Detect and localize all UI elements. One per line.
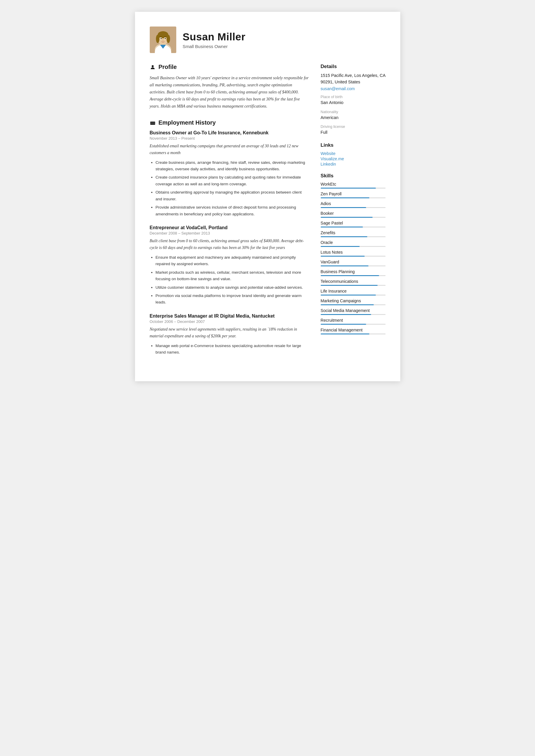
bullet-item: Create customized insurance plans by cal… [155,174,309,187]
skill-bar-fill [321,217,373,218]
job-summary: Established email marketing campaigns th… [150,143,309,156]
driving-license-value: Full [321,129,385,136]
bullet-item: Manage web portal e-Commerce business sp… [155,343,309,356]
skill-name: Telecommunications [321,279,385,284]
skill-name: Zenefits [321,230,385,235]
job-bullets-list: Manage web portal e-Commerce business sp… [150,343,309,356]
skill-name: Marketing Campaigns [321,298,385,303]
job-bullets-list: Ensure that equipment and machinery are … [150,254,309,306]
skill-item-13: Social Media Management [321,308,385,315]
skill-bar-fill [321,246,360,247]
profile-text: Small Business Owner with 10 years' expe… [150,74,309,110]
email-link[interactable]: susan@email.com [321,86,385,91]
resume-page: Susan Miller Small Business Owner Profil… [135,12,400,381]
svg-point-10 [164,38,166,39]
svg-point-11 [162,40,164,40]
skill-bar-fill [321,285,378,286]
skill-bar-bg [321,285,385,286]
skill-bar-fill [321,314,371,315]
skill-bar-bg [321,217,385,218]
place-of-birth-label: Place of birth [321,94,385,99]
skill-item-8: VanGuard [321,259,385,266]
skill-bar-bg [321,198,385,198]
briefcase-icon [150,120,155,125]
skill-item-1: Zen Payroll [321,192,385,198]
skill-bar-fill [321,334,369,335]
nationality-label: Nationality [321,110,385,114]
candidate-name: Susan Miller [183,31,245,43]
skill-item-6: Oracle [321,240,385,247]
side-column: Details 1515 Pacific Ave, Los Angeles, C… [321,64,385,364]
person-icon [150,64,155,70]
skill-bar-fill [321,295,376,295]
skill-bar-bg [321,304,385,305]
skill-name: Booker [321,211,385,216]
job-1: Entrepreneur at VodaCell, Portland Decem… [150,225,309,306]
svg-point-12 [152,65,154,67]
svg-point-5 [156,35,159,43]
job-2: Enterprise Sales Manager at IR Digital M… [150,313,309,356]
skill-bar-bg [321,265,385,266]
skill-item-2: Adios [321,201,385,208]
skill-item-7: Lotus Notes [321,250,385,256]
details-section-title: Details [321,64,385,69]
driving-license-label: Driving license [321,124,385,129]
place-of-birth-value: San Antonio [321,99,385,106]
bullet-item: Obtains underwriting approval by managin… [155,189,309,202]
address-value: 1515 Pacific Ave, Los Angeles, CA 90291,… [321,72,385,85]
skill-bar-bg [321,246,385,247]
skill-name: Oracle [321,240,385,245]
skill-item-9: Business Planning [321,269,385,276]
skill-bar-bg [321,314,385,315]
skill-bar-bg [321,324,385,325]
two-col-layout: Profile Small Business Owner with 10 yea… [150,64,385,364]
link-item-0[interactable]: Website [321,151,385,156]
skill-bar-fill [321,265,369,266]
header-text: Susan Miller Small Business Owner [183,31,245,49]
skill-item-0: WorkEtc [321,182,385,189]
job-summary: Built client base from 0 to 60 clients, … [150,238,309,251]
job-dates: December 2008 – September 2013 [150,231,309,235]
skill-bar-fill [321,207,366,208]
bullet-item: Provide administrative services inclusiv… [155,204,309,217]
skill-bar-bg [321,275,385,276]
job-0: Business Owner at Go-To Life Insurance, … [150,130,309,217]
skill-bar-fill [321,256,365,256]
skill-item-14: Recruitment [321,318,385,325]
job-summary: Negotiated new service level agreements … [150,326,309,340]
link-item-1[interactable]: Visualize.me [321,156,385,161]
header: Susan Miller Small Business Owner [150,27,385,53]
skill-bar-bg [321,256,385,256]
skill-item-15: Financial Management [321,328,385,335]
bullet-item: Market products such as wireless, cellul… [155,269,309,283]
skill-bar-fill [321,275,379,276]
skill-name: Financial Management [321,328,385,332]
links-section-title: Links [321,142,385,148]
jobs-container: Business Owner at Go-To Life Insurance, … [150,130,309,356]
skill-bar-fill [321,304,374,305]
skill-name: Sage Pastel [321,221,385,226]
links-container: WebsiteVisualize.meLinkedin [321,151,385,167]
main-column: Profile Small Business Owner with 10 yea… [150,64,309,364]
skills-container: WorkEtc Zen Payroll Adios Booker Sage Pa… [321,182,385,335]
job-title: Business Owner at Go-To Life Insurance, … [150,130,309,136]
skill-name: VanGuard [321,259,385,264]
skill-name: Social Media Management [321,308,385,313]
skill-name: Recruitment [321,318,385,323]
job-title: Entrepreneur at VodaCell, Portland [150,225,309,230]
link-item-2[interactable]: Linkedin [321,162,385,167]
skill-bar-bg [321,334,385,335]
skill-item-4: Sage Pastel [321,221,385,228]
bullet-item: Create business plans, arrange financing… [155,159,309,173]
skill-bar-fill [321,236,367,237]
candidate-title: Small Business Owner [183,44,245,49]
job-dates: November 2013 – Present [150,136,309,141]
skill-bar-fill [321,188,376,189]
skill-name: WorkEtc [321,182,385,186]
skill-name: Adios [321,201,385,206]
bullet-item: Ensure that equipment and machinery are … [155,254,309,267]
skill-bar-bg [321,188,385,189]
employment-section-title: Employment History [150,119,309,126]
skill-item-11: Life Insurance [321,289,385,295]
skill-item-10: Telecommunications [321,279,385,286]
